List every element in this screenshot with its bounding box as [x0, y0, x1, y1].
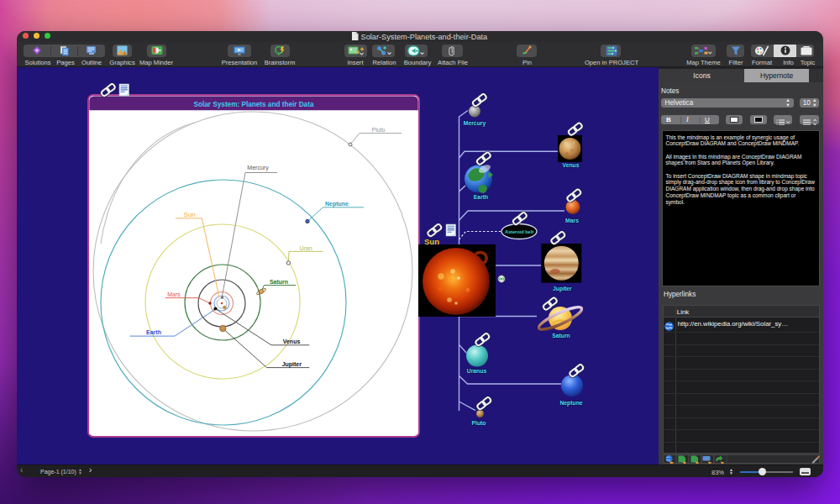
svg-text:Sun: Sun	[424, 237, 439, 246]
svg-text:Saturn: Saturn	[270, 279, 288, 285]
svg-text:Saturn: Saturn	[552, 333, 570, 339]
svg-text:Neptune: Neptune	[325, 201, 349, 207]
svg-text:Neptune: Neptune	[559, 400, 582, 407]
svg-text:Pluto: Pluto	[372, 127, 386, 133]
svg-text:Sun: Sun	[184, 211, 196, 218]
svg-text:Pluto: Pluto	[472, 420, 486, 426]
svg-text:Uranus: Uranus	[467, 368, 487, 374]
svg-text:Venus: Venus	[562, 162, 579, 168]
svg-text:Solar System: Planets and thei: Solar System: Planets and their Data	[194, 101, 314, 108]
svg-text:Mars: Mars	[167, 291, 181, 297]
svg-text:Mars: Mars	[565, 218, 579, 223]
svg-text:Asteroid belt: Asteroid belt	[505, 229, 533, 234]
svg-text:Venus: Venus	[283, 339, 301, 344]
svg-text:Earth: Earth	[146, 329, 161, 335]
svg-text:Mercury: Mercury	[247, 165, 269, 171]
svg-text:Mercury: Mercury	[464, 120, 486, 127]
svg-text:Jupiter: Jupiter	[553, 286, 572, 292]
svg-text:Earth: Earth	[474, 194, 488, 200]
svg-text:Jupiter: Jupiter	[282, 361, 302, 368]
svg-text:Uran: Uran	[299, 245, 312, 251]
